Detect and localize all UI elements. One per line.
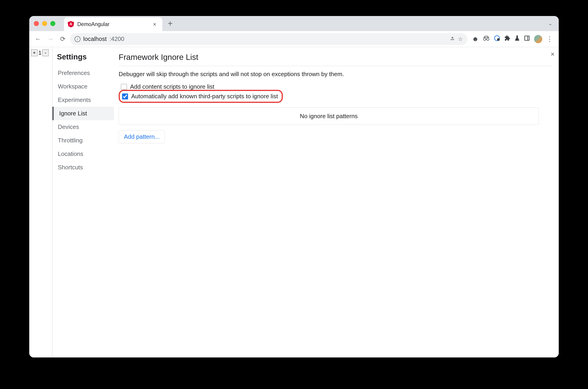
page-content: + 1 - (29, 47, 52, 357)
url-port: :4200 (109, 35, 124, 42)
window-maximize-button[interactable] (50, 21, 55, 26)
share-icon[interactable] (450, 36, 455, 42)
nav-workspace[interactable]: Workspace (57, 80, 114, 93)
svg-point-0 (484, 38, 486, 40)
svg-point-3 (497, 38, 500, 41)
third-party-checkbox[interactable] (122, 94, 128, 99)
forward-button[interactable]: → (45, 34, 55, 44)
site-info-icon[interactable]: i (74, 36, 80, 42)
browser-window: DemoAngular × + ⌄ ← → ⟳ i localhost:4200… (29, 16, 559, 357)
settings-close-button[interactable]: × (551, 50, 555, 58)
incognito-icon[interactable] (483, 35, 490, 43)
window-minimize-button[interactable] (42, 21, 47, 26)
extension-icons: ☻ ⋮ (470, 35, 555, 43)
nav-devices[interactable]: Devices (57, 120, 114, 134)
titlebar: DemoAngular × + ⌄ (29, 16, 559, 31)
content-scripts-label: Add content scripts to ignore list (130, 83, 214, 90)
nav-throttling[interactable]: Throttling (57, 134, 114, 147)
svg-point-1 (487, 38, 489, 40)
svg-rect-4 (525, 36, 529, 40)
content-scripts-checkbox[interactable] (121, 84, 127, 90)
new-tab-button[interactable]: + (168, 19, 173, 28)
nav-experiments[interactable]: Experiments (57, 93, 114, 107)
extension-icon[interactable] (494, 35, 500, 43)
nav-shortcuts[interactable]: Shortcuts (57, 161, 114, 174)
url-field[interactable]: i localhost:4200 ☆ (70, 33, 467, 45)
browser-menu-button[interactable]: ⋮ (546, 35, 553, 43)
settings-sidebar: Settings Preferences Workspace Experimen… (52, 47, 114, 357)
decrement-button[interactable]: - (42, 49, 49, 56)
panel-title: Framework Ignore List (119, 53, 552, 66)
patterns-empty-text: No ignore list patterns (300, 113, 358, 120)
labs-icon[interactable] (514, 35, 520, 43)
devtools-settings: Settings Preferences Workspace Experimen… (52, 47, 559, 357)
patterns-list: No ignore list patterns (119, 107, 539, 125)
panel-description: Debugger will skip through the scripts a… (119, 71, 552, 78)
highlight-annotation: Automatically add known third-party scri… (119, 90, 283, 103)
settings-title: Settings (57, 53, 114, 61)
third-party-label: Automatically add known third-party scri… (131, 93, 278, 100)
url-host: localhost (83, 35, 107, 42)
counter-value: 1 (37, 49, 42, 56)
extensions-menu-icon[interactable] (504, 35, 510, 43)
browser-tab[interactable]: DemoAngular × (64, 17, 162, 31)
nav-ignore-list[interactable]: Ignore List (52, 107, 114, 120)
tab-title: DemoAngular (77, 21, 148, 28)
settings-nav: Preferences Workspace Experiments Ignore… (57, 66, 114, 174)
increment-button[interactable]: + (31, 49, 37, 56)
tabs-menu-button[interactable]: ⌄ (546, 19, 554, 28)
address-bar: ← → ⟳ i localhost:4200 ☆ ☻ (29, 31, 559, 47)
bookmark-icon[interactable]: ☆ (458, 36, 463, 42)
extension-icon[interactable]: ☻ (472, 35, 479, 43)
content-area: + 1 - Settings Preferences Workspace Exp… (29, 47, 559, 357)
nav-preferences[interactable]: Preferences (57, 66, 114, 80)
add-pattern-button[interactable]: Add pattern... (119, 130, 165, 143)
window-close-button[interactable] (34, 21, 39, 26)
nav-locations[interactable]: Locations (57, 147, 114, 161)
reload-button[interactable]: ⟳ (58, 34, 68, 44)
back-button[interactable]: ← (33, 34, 43, 44)
profile-avatar[interactable] (534, 35, 542, 43)
settings-main: × Framework Ignore List Debugger will sk… (114, 47, 559, 357)
angular-icon (68, 21, 74, 28)
side-panel-icon[interactable] (524, 35, 530, 43)
tab-close-button[interactable]: × (152, 21, 158, 28)
window-controls (34, 21, 55, 26)
third-party-row[interactable]: Automatically add known third-party scri… (122, 93, 278, 100)
